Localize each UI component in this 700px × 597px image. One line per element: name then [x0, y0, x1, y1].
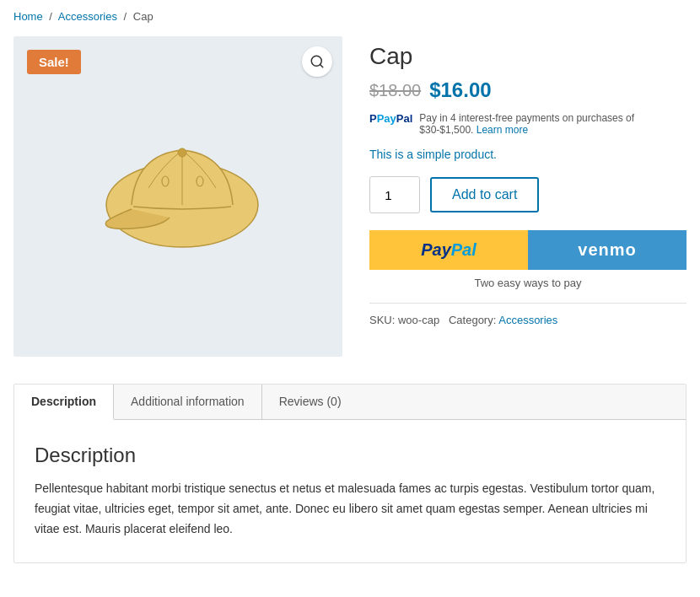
zoom-icon[interactable] — [302, 46, 332, 77]
two-ways-label: Two easy ways to pay — [369, 277, 687, 289]
paypal-button[interactable]: PayPal — [369, 230, 528, 270]
product-short-description: This is a simple product. — [369, 148, 687, 161]
sale-badge: Sale! — [27, 50, 81, 74]
paypal-notice-text: Pay in 4 interest-free payments on purch… — [419, 112, 687, 136]
product-image — [85, 121, 271, 272]
tab-description[interactable]: Description — [14, 385, 114, 420]
paypal-notice-logo: PPayPal — [369, 112, 412, 125]
svg-line-1 — [320, 64, 322, 67]
venmo-button-label: venmo — [578, 240, 636, 260]
tabs-section: Description Additional information Revie… — [13, 384, 687, 563]
paypal-notice: PPayPal Pay in 4 interest-free payments … — [369, 112, 687, 136]
old-price: $18.00 — [369, 81, 421, 100]
tab-reviews[interactable]: Reviews (0) — [262, 385, 358, 419]
description-body: Pellentesque habitant morbi tristique se… — [35, 479, 665, 539]
sku-value: woo-cap — [398, 314, 439, 326]
venmo-button[interactable]: venmo — [528, 230, 687, 270]
breadcrumb-accessories[interactable]: Accessories — [58, 10, 117, 23]
category-link[interactable]: Accessories — [498, 314, 557, 326]
price-wrap: $18.00 $16.00 — [369, 78, 687, 102]
svg-point-3 — [178, 148, 186, 157]
product-image-wrap: Sale! — [13, 36, 342, 357]
payment-buttons: PayPal venmo — [369, 230, 687, 270]
tab-content-description: Description Pellentesque habitant morbi … — [14, 420, 686, 562]
paypal-learn-more-link[interactable]: Learn more — [477, 124, 528, 136]
quantity-input[interactable] — [369, 176, 420, 213]
product-meta: SKU: woo-cap Category: Accessories — [369, 303, 687, 326]
breadcrumb: Home / Accessories / Cap — [13, 10, 687, 23]
new-price: $16.00 — [429, 78, 491, 102]
cart-row: Add to cart — [369, 176, 687, 213]
breadcrumb-current: Cap — [133, 10, 153, 23]
breadcrumb-home[interactable]: Home — [13, 10, 43, 23]
description-heading: Description — [35, 444, 665, 467]
product-details: Cap $18.00 $16.00 PPayPal Pay in 4 inter… — [369, 36, 687, 357]
category-label: Category: — [449, 314, 496, 326]
sku-label: SKU: — [369, 314, 395, 326]
tab-headers: Description Additional information Revie… — [14, 385, 686, 420]
tab-additional-info[interactable]: Additional information — [114, 385, 262, 419]
paypal-button-label: PayPal — [421, 240, 477, 260]
add-to-cart-button[interactable]: Add to cart — [430, 177, 539, 212]
product-title: Cap — [369, 43, 687, 70]
